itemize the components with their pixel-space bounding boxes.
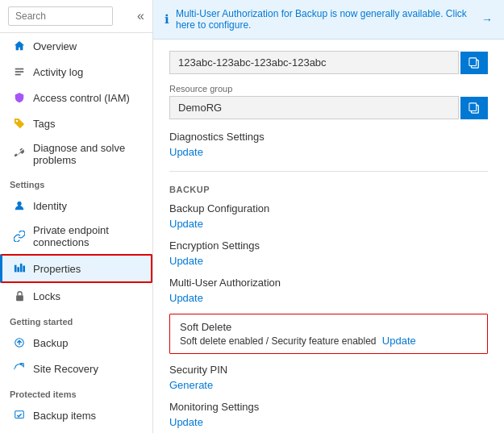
svg-point-4 [17,202,21,206]
svg-rect-8 [23,266,25,273]
encryption-title: Encryption Settings [169,239,488,252]
notification-arrow: → [481,13,493,26]
sidebar-label-properties: Properties [33,263,81,275]
wrench-icon [12,147,27,161]
resource-group-label: Resource group [169,84,488,94]
encryption-link[interactable]: Update [169,255,203,267]
svg-rect-2 [15,74,21,76]
section-label-protected-items: Protected items [0,381,152,402]
diagnostics-title: Diagnostics Settings [169,131,488,143]
lock-icon [12,289,27,303]
sidebar-item-replicated-items[interactable]: Replicated items [0,428,152,433]
backup-config-link[interactable]: Update [169,218,203,230]
diagnostics-section: Diagnostics Settings Update [169,131,488,158]
monitoring-section: Monitoring Settings Update [169,401,488,428]
soft-delete-section: Soft Delete Soft delete enabled / Securi… [169,314,488,354]
svg-rect-10 [15,411,24,418]
sidebar-label-tags: Tags [33,118,55,130]
section-label-settings: Settings [0,172,152,193]
sidebar: « Overview Activity log Access control (… [0,0,153,433]
sidebar-item-access-control[interactable]: Access control (IAM) [0,85,152,110]
sidebar-item-activity-log[interactable]: Activity log [0,59,152,85]
soft-delete-link[interactable]: Update [382,335,416,347]
svg-rect-5 [15,265,17,273]
sidebar-item-locks[interactable]: Locks [0,283,152,309]
svg-rect-21 [469,57,477,65]
sidebar-label-access-control: Access control (IAM) [33,92,130,104]
sidebar-item-site-recovery[interactable]: Site Recovery [0,356,152,381]
sidebar-item-properties[interactable]: Properties [0,254,152,283]
security-pin-link[interactable]: Generate [169,379,213,391]
notification-bar[interactable]: ℹ Multi-User Authorization for Backup is… [153,0,504,40]
monitoring-title: Monitoring Settings [169,401,488,413]
notification-text: Multi-User Authorization for Backup is n… [176,8,481,31]
sidebar-label-locks: Locks [33,290,60,302]
soft-delete-title: Soft Delete [180,321,477,333]
multi-user-auth-title: Multi-User Authorization [169,277,488,289]
info-icon: ℹ [165,12,169,27]
resource-group-row [169,96,488,119]
svg-rect-9 [16,295,23,301]
svg-rect-6 [17,267,19,272]
svg-rect-0 [15,69,24,70]
search-input[interactable] [8,6,113,26]
sidebar-item-private-endpoint[interactable]: Private endpoint connections [0,219,152,254]
multi-user-auth-link[interactable]: Update [169,292,203,304]
resource-group-field[interactable] [169,96,459,119]
main-content: ℹ Multi-User Authorization for Backup is… [153,0,504,433]
sidebar-item-backup[interactable]: Backup [0,330,152,356]
backup-icon [12,335,27,350]
log-icon [12,65,27,79]
svg-rect-23 [469,102,477,110]
resource-group-copy-button[interactable] [460,97,488,119]
divider [169,171,488,172]
link-icon [12,229,27,244]
svg-rect-7 [20,264,23,273]
vault-name-copy-button[interactable] [460,52,488,74]
sidebar-label-backup-items: Backup items [33,410,96,422]
sidebar-label-private-endpoint: Private endpoint connections [33,224,143,248]
soft-delete-desc: Soft delete enabled / Security feature e… [180,335,477,347]
vault-name-field[interactable] [169,51,459,74]
sidebar-label-overview: Overview [33,40,77,52]
svg-point-3 [16,120,19,123]
sidebar-item-diagnose[interactable]: Diagnose and solve problems [0,136,152,172]
sidebar-item-backup-items[interactable]: Backup items [0,402,152,428]
sidebar-label-backup: Backup [33,337,68,349]
properties-icon [12,261,27,276]
shield-icon [12,90,27,105]
backup-config-section: Backup Configuration Update [169,202,488,230]
home-icon [12,39,27,53]
recovery-icon [12,361,27,376]
sidebar-item-overview[interactable]: Overview [0,33,152,59]
sidebar-label-activity-log: Activity log [33,66,83,78]
security-pin-title: Security PIN [169,364,488,376]
backup-items-icon [12,408,27,423]
vault-name-row [169,51,488,74]
svg-rect-1 [15,71,24,73]
sidebar-item-identity[interactable]: Identity [0,193,152,219]
tag-icon [12,116,27,131]
multi-user-auth-section: Multi-User Authorization Update [169,277,488,304]
identity-icon [12,198,27,213]
sidebar-label-diagnose: Diagnose and solve problems [33,142,143,166]
search-box: « [0,0,152,33]
security-pin-section: Security PIN Generate [169,364,488,391]
backup-section-title: BACKUP [169,185,488,194]
collapse-button[interactable]: « [137,9,144,23]
section-label-getting-started: Getting started [0,309,152,330]
monitoring-link[interactable]: Update [169,416,203,428]
content-area: Resource group Diagnostics Settings Upda… [153,40,504,433]
diagnostics-update-link[interactable]: Update [169,146,203,158]
sidebar-item-tags[interactable]: Tags [0,110,152,136]
backup-config-title: Backup Configuration [169,202,488,214]
encryption-section: Encryption Settings Update [169,239,488,267]
sidebar-label-site-recovery: Site Recovery [33,363,98,375]
sidebar-label-identity: Identity [33,200,67,212]
